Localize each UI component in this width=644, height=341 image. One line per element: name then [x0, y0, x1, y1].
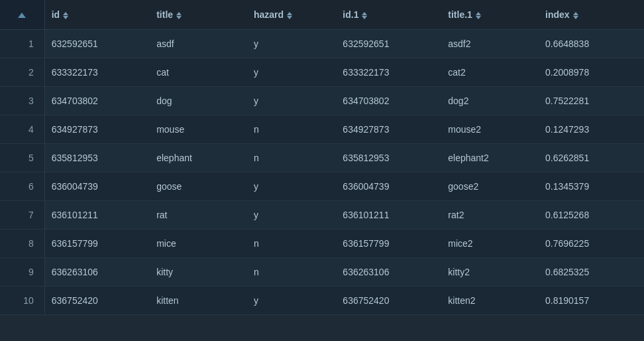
cell-index: 0.2008978	[539, 58, 644, 87]
cell-hazard: y	[247, 58, 336, 87]
cell-index: 0.7522281	[539, 87, 644, 115]
cell-id1: 636157799	[336, 230, 441, 258]
table-row: 9636263106kittyn636263106kitty20.6825325	[0, 258, 644, 287]
table-row: 7636101211raty636101211rat20.6125268	[0, 201, 644, 230]
table-row: 10636752420kitteny636752420kitten20.8190…	[0, 287, 644, 315]
cell-title: kitten	[150, 287, 247, 315]
row-number: 4	[0, 115, 44, 144]
cell-id: 636101211	[44, 201, 150, 230]
cell-index: 0.6825325	[539, 258, 644, 287]
column-header-row_num[interactable]	[0, 0, 44, 30]
column-header-id1[interactable]: id.1	[336, 0, 441, 30]
cell-index: 0.1247293	[539, 115, 644, 144]
table-row: 6636004739goosey636004739goose20.1345379	[0, 172, 644, 201]
column-label: index	[545, 9, 570, 20]
sort-arrows-icon	[287, 12, 292, 19]
cell-hazard: y	[247, 201, 336, 230]
cell-id1: 636263106	[336, 258, 441, 287]
cell-id1: 636752420	[336, 287, 441, 315]
column-header-title[interactable]: title	[150, 0, 247, 30]
row-number: 6	[0, 172, 44, 201]
cell-title1: goose2	[441, 172, 539, 201]
cell-title1: dog2	[441, 87, 539, 115]
cell-id1: 633322173	[336, 58, 441, 87]
row-number: 2	[0, 58, 44, 87]
cell-id: 634703802	[44, 87, 150, 115]
cell-id1: 636004739	[336, 172, 441, 201]
cell-id: 636157799	[44, 230, 150, 258]
cell-title: kitty	[150, 258, 247, 287]
column-label: id.1	[343, 9, 358, 20]
table-row: 4634927873mousen634927873mouse20.1247293	[0, 115, 644, 144]
cell-hazard: n	[247, 230, 336, 258]
sort-ascending-icon	[18, 13, 26, 18]
cell-hazard: y	[247, 87, 336, 115]
cell-title1: kitten2	[441, 287, 539, 315]
cell-id: 632592651	[44, 30, 150, 58]
cell-index: 0.7696225	[539, 230, 644, 258]
row-number: 5	[0, 144, 44, 172]
cell-title1: kitty2	[441, 258, 539, 287]
cell-title: goose	[150, 172, 247, 201]
row-number: 10	[0, 287, 44, 315]
column-label: hazard	[254, 9, 284, 20]
column-header-id[interactable]: id	[44, 0, 150, 30]
cell-id: 634927873	[44, 115, 150, 144]
cell-index: 0.6125268	[539, 201, 644, 230]
column-header-index[interactable]: index	[539, 0, 644, 30]
column-label: id	[52, 9, 60, 20]
cell-title: rat	[150, 201, 247, 230]
table-row: 1632592651asdfy632592651asdf20.6648838	[0, 30, 644, 58]
cell-id: 633322173	[44, 58, 150, 87]
cell-title: cat	[150, 58, 247, 87]
table-row: 3634703802dogy634703802dog20.7522281	[0, 87, 644, 115]
cell-id1: 632592651	[336, 30, 441, 58]
cell-id1: 635812953	[336, 144, 441, 172]
cell-index: 0.6262851	[539, 144, 644, 172]
cell-title1: rat2	[441, 201, 539, 230]
cell-id: 636752420	[44, 287, 150, 315]
column-header-hazard[interactable]: hazard	[247, 0, 336, 30]
column-label: title	[156, 9, 173, 20]
cell-id: 636004739	[44, 172, 150, 201]
row-number: 7	[0, 201, 44, 230]
cell-title1: mouse2	[441, 115, 539, 144]
cell-index: 0.1345379	[539, 172, 644, 201]
row-number: 9	[0, 258, 44, 287]
cell-hazard: n	[247, 258, 336, 287]
cell-hazard: y	[247, 172, 336, 201]
cell-hazard: n	[247, 144, 336, 172]
column-header-title1[interactable]: title.1	[441, 0, 539, 30]
cell-title: mouse	[150, 115, 247, 144]
table-row: 8636157799micen636157799mice20.7696225	[0, 230, 644, 258]
data-table: idtitlehazardid.1title.1index 1632592651…	[0, 0, 644, 315]
cell-title: mice	[150, 230, 247, 258]
cell-title1: mice2	[441, 230, 539, 258]
sort-arrows-icon	[176, 12, 182, 19]
cell-title: elephant	[150, 144, 247, 172]
cell-id: 635812953	[44, 144, 150, 172]
table-row: 5635812953elephantn635812953elephant20.6…	[0, 144, 644, 172]
sort-arrows-icon	[573, 12, 578, 19]
row-number: 3	[0, 87, 44, 115]
cell-index: 0.8190157	[539, 287, 644, 315]
cell-title1: asdf2	[441, 30, 539, 58]
sort-arrows-icon	[63, 12, 68, 19]
row-number: 1	[0, 30, 44, 58]
cell-hazard: y	[247, 30, 336, 58]
table-row: 2633322173caty633322173cat20.2008978	[0, 58, 644, 87]
sort-arrows-icon	[476, 12, 481, 19]
cell-title: asdf	[150, 30, 247, 58]
cell-id1: 634927873	[336, 115, 441, 144]
column-label: title.1	[448, 9, 472, 20]
cell-hazard: y	[247, 287, 336, 315]
sort-arrows-icon	[362, 12, 367, 19]
cell-id: 636263106	[44, 258, 150, 287]
cell-hazard: n	[247, 115, 336, 144]
cell-title1: cat2	[441, 58, 539, 87]
cell-index: 0.6648838	[539, 30, 644, 58]
cell-id1: 634703802	[336, 87, 441, 115]
row-number: 8	[0, 230, 44, 258]
cell-title1: elephant2	[441, 144, 539, 172]
cell-title: dog	[150, 87, 247, 115]
